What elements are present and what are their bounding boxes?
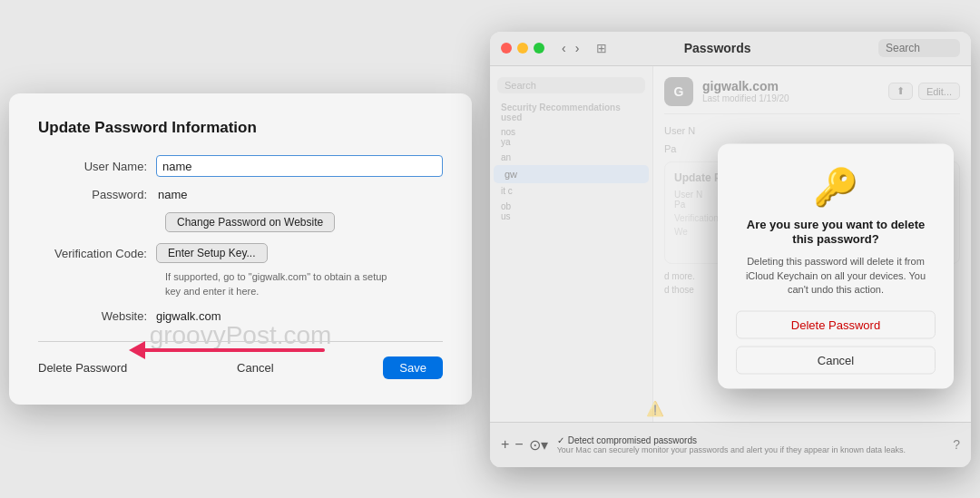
password-row: Password: name [38,188,443,201]
add-btn[interactable]: + [501,436,509,454]
sidebar-item-3[interactable]: it c [490,183,652,199]
update-password-panel: Update Password Information User Name: P… [9,93,472,405]
app-bottom-bar: + − ⊙▾ ✓ Detect compromised passwords Yo… [490,422,971,467]
username-input[interactable] [156,155,443,177]
username-label: User Name: [38,160,156,173]
help-btn[interactable]: ? [953,437,960,452]
change-password-btn[interactable]: Change Password on Website [165,212,335,232]
dialog-message: Deleting this password will delete it fr… [736,255,936,297]
website-label: Website: [38,309,156,323]
password-value: name [156,188,443,201]
titlebar-search[interactable] [878,39,960,57]
dialog-title: Are you sure you want to delete this pas… [736,217,936,248]
verification-label: Verification Code: [38,247,156,260]
maximize-button[interactable] [534,43,544,54]
titlebar: ‹ › ⊞ Passwords [490,32,971,66]
verification-row: Verification Code: Enter Setup Key... [38,243,443,263]
passwords-app-window: ‹ › ⊞ Passwords Security Recommendations… [490,32,971,467]
arrow-annotation [129,341,325,359]
delete-confirm-dialog: 🔑 Are you sure you want to delete this p… [718,143,954,389]
dialog-cancel-btn[interactable]: Cancel [736,347,936,375]
save-btn[interactable]: Save [383,356,443,379]
warning-icon: ⚠️ [646,400,664,417]
arrow-line [143,348,325,352]
key-icon: 🔑 [736,165,936,208]
main-content: G gigwalk.com Last modified 1/19/20 ⬆ Ed… [653,66,971,467]
sidebar: Security Recommendations used nosya an g… [490,66,653,467]
detail-user-row: User N [664,125,960,136]
site-icon: G [664,77,693,106]
app-body: Security Recommendations used nosya an g… [490,66,971,467]
dialog-delete-btn[interactable]: Delete Password [736,311,936,339]
delete-password-btn[interactable]: Delete Password [38,361,127,375]
bottom-text: ✓ Detect compromised passwords Your Mac … [557,435,906,454]
hint-text: If supported, go to "gigwalk.com" to obt… [38,270,443,298]
sidebar-search[interactable] [497,77,645,93]
site-name: gigwalk.com [702,79,888,93]
site-modified: Last modified 1/19/20 [702,93,888,103]
traffic-lights [501,43,544,54]
minimize-button[interactable] [517,43,528,54]
edit-btn[interactable]: Edit... [918,83,960,100]
detail-user-label: User N [664,125,737,136]
sidebar-section-label: Security Recommendations used [490,101,652,124]
checkbox-row: ✓ Detect compromised passwords [557,435,906,445]
detail-header: G gigwalk.com Last modified 1/19/20 ⬆ Ed… [664,77,960,114]
enter-setup-btn[interactable]: Enter Setup Key... [156,243,268,263]
bottom-bar: Delete Password Cancel Save [38,341,443,379]
sidebar-item-2[interactable]: an [490,150,652,165]
sidebar-item-1[interactable]: nosya [490,124,652,150]
sidebar-item-gigwalk[interactable]: gw [494,165,649,183]
password-label: Password: [38,188,156,201]
website-value: gigwalk.com [156,309,443,323]
close-button[interactable] [501,43,512,54]
more-options-btn[interactable]: ⊙▾ [529,436,548,454]
detail-actions: ⬆ Edit... [888,83,960,100]
panel-title: Update Password Information [38,119,443,137]
checkmark-icon: ✓ [557,435,564,445]
change-password-row: Change Password on Website [38,212,443,232]
username-row: User Name: [38,155,443,177]
cancel-btn[interactable]: Cancel [237,361,273,375]
bottom-sub-text: Your Mac can securely monitor your passw… [557,445,906,454]
site-info: gigwalk.com Last modified 1/19/20 [702,79,888,103]
share-btn[interactable]: ⬆ [888,83,913,100]
titlebar-title: Passwords [564,41,871,55]
remove-btn[interactable]: − [514,436,523,454]
website-row: Website: gigwalk.com [38,309,443,323]
bottom-icons: + − ⊙▾ [501,436,548,454]
sidebar-item-4[interactable]: obus [490,199,652,224]
